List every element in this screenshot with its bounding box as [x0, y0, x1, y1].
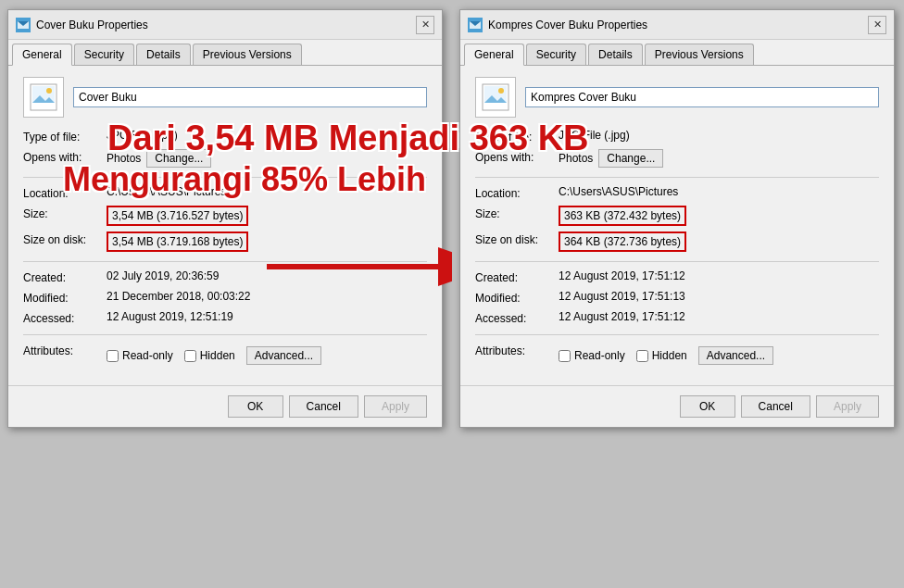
right-title-left: Kompres Cover Buku Properties: [468, 18, 647, 32]
left-hidden-label[interactable]: Hidden: [184, 349, 235, 362]
right-divider1: [475, 177, 879, 178]
left-type-value: JPG File (.jpg): [107, 129, 427, 144]
right-readonly-label[interactable]: Read-only: [559, 349, 625, 362]
right-content: Type of file: JPG File (.jpg) Opens with…: [460, 66, 894, 385]
right-tab-security[interactable]: Security: [526, 44, 586, 65]
left-opens-value: Photos Change...: [107, 149, 427, 168]
left-opens-label: Opens with:: [23, 149, 107, 168]
right-tabs: General Security Details Previous Versio…: [460, 40, 894, 66]
right-change-button[interactable]: Change...: [598, 149, 663, 168]
right-tab-details[interactable]: Details: [588, 44, 643, 65]
left-footer: OK Cancel Apply: [8, 385, 442, 427]
left-apply-button[interactable]: Apply: [364, 395, 427, 418]
right-divider2: [475, 261, 879, 262]
left-change-button[interactable]: Change...: [146, 149, 211, 168]
left-size-value: 3,54 MB (3.716.527 bytes): [107, 206, 427, 226]
right-modified-label: Modified:: [475, 290, 559, 305]
left-attributes-label: Attributes:: [23, 343, 107, 365]
left-dialog: Cover Buku Properties ✕ General Security…: [7, 9, 443, 428]
right-apply-button[interactable]: Apply: [816, 395, 879, 418]
left-file-header: [23, 77, 427, 118]
left-size-disk-box: 3,54 MB (3.719.168 bytes): [107, 231, 248, 252]
svg-point-7: [46, 88, 52, 94]
right-ok-button[interactable]: OK: [680, 395, 735, 418]
left-file-icon: [23, 77, 64, 118]
right-tab-general[interactable]: General: [464, 44, 524, 66]
right-footer: OK Cancel Apply: [460, 385, 894, 427]
left-location-label: Location:: [23, 185, 107, 200]
right-location-value: C:\Users\ASUS\Pictures: [559, 185, 879, 200]
right-info-grid: Type of file: JPG File (.jpg) Opens with…: [475, 129, 879, 168]
left-type-label: Type of file:: [23, 129, 107, 144]
left-tab-details[interactable]: Details: [136, 44, 191, 65]
right-dialog: Kompres Cover Buku Properties ✕ General …: [459, 9, 895, 428]
right-dates-grid: Created: 12 August 2019, 17:51:12 Modifi…: [475, 269, 879, 325]
right-filename-input[interactable]: [525, 87, 879, 107]
left-content: Type of file: JPG File (.jpg) Opens with…: [8, 66, 442, 385]
right-created-label: Created:: [475, 269, 559, 284]
left-title-text: Cover Buku Properties: [36, 19, 148, 31]
left-size-disk-value: 3,54 MB (3.719.168 bytes): [107, 231, 427, 252]
left-close-button[interactable]: ✕: [416, 16, 434, 34]
left-modified-label: Modified:: [23, 290, 107, 305]
right-location-grid: Location: C:\Users\ASUS\Pictures Size: 3…: [475, 185, 879, 252]
left-tab-previous-versions[interactable]: Previous Versions: [193, 44, 302, 65]
right-readonly-checkbox[interactable]: [559, 350, 571, 362]
right-attributes-row: Read-only Hidden Advanced...: [559, 346, 879, 365]
right-hidden-label[interactable]: Hidden: [636, 349, 687, 362]
left-hidden-checkbox[interactable]: [184, 350, 196, 362]
left-tabs: General Security Details Previous Versio…: [8, 40, 442, 66]
right-attributes-label: Attributes:: [475, 343, 559, 365]
right-size-disk-value: 364 KB (372.736 bytes): [559, 231, 879, 252]
right-accessed-label: Accessed:: [475, 310, 559, 325]
right-title-text: Kompres Cover Buku Properties: [488, 19, 647, 31]
right-close-button[interactable]: ✕: [868, 16, 886, 34]
left-advanced-button[interactable]: Advanced...: [246, 346, 321, 365]
right-location-label: Location:: [475, 185, 559, 200]
left-ok-button[interactable]: OK: [228, 395, 283, 418]
right-accessed-value: 12 August 2019, 17:51:12: [559, 310, 879, 325]
left-accessed-label: Accessed:: [23, 310, 107, 325]
right-created-value: 12 August 2019, 17:51:12: [559, 269, 879, 284]
right-divider3: [475, 334, 879, 335]
left-tab-security[interactable]: Security: [74, 44, 134, 65]
right-file-header: [475, 77, 879, 118]
right-size-label: Size:: [475, 206, 559, 226]
right-size-disk-box: 364 KB (372.736 bytes): [559, 231, 686, 252]
right-size-value: 363 KB (372.432 bytes): [559, 206, 879, 226]
left-title-left: Cover Buku Properties: [16, 18, 148, 32]
left-filename-input[interactable]: [73, 87, 427, 107]
left-readonly-label[interactable]: Read-only: [107, 349, 173, 362]
right-modified-value: 12 August 2019, 17:51:13: [559, 290, 879, 305]
left-attributes-row: Read-only Hidden Advanced...: [107, 346, 427, 365]
right-cancel-button[interactable]: Cancel: [741, 395, 810, 418]
right-size-disk-label: Size on disk:: [475, 231, 559, 252]
right-size-box: 363 KB (372.432 bytes): [559, 206, 686, 226]
left-info-grid: Type of file: JPG File (.jpg) Opens with…: [23, 129, 427, 168]
left-created-label: Created:: [23, 269, 107, 284]
left-size-disk-label: Size on disk:: [23, 231, 107, 252]
right-file-icon: [475, 77, 516, 118]
right-title-bar: Kompres Cover Buku Properties ✕: [460, 10, 894, 40]
left-tab-general[interactable]: General: [12, 44, 72, 66]
left-dates-grid: Created: 02 July 2019, 20:36:59 Modified…: [23, 269, 427, 325]
left-divider3: [23, 334, 427, 335]
right-advanced-button[interactable]: Advanced...: [698, 346, 773, 365]
left-size-label: Size:: [23, 206, 107, 226]
left-location-grid: Location: C:\Users\ASUS\Pictures Size: 3…: [23, 185, 427, 252]
left-divider2: [23, 261, 427, 262]
right-type-value: JPG File (.jpg): [559, 129, 879, 144]
left-cancel-button[interactable]: Cancel: [289, 395, 358, 418]
left-location-value: C:\Users\ASUS\Pictures: [107, 185, 427, 200]
right-hidden-checkbox[interactable]: [636, 350, 648, 362]
left-created-value: 02 July 2019, 20:36:59: [107, 269, 427, 284]
left-size-box: 3,54 MB (3.716.527 bytes): [107, 206, 248, 226]
left-title-icon: [16, 18, 31, 32]
right-type-label: Type of file:: [475, 129, 559, 144]
right-opens-label: Opens with:: [475, 149, 559, 168]
right-tab-previous-versions[interactable]: Previous Versions: [645, 44, 754, 65]
left-accessed-value: 12 August 2019, 12:51:19: [107, 310, 427, 325]
left-attributes-grid: Attributes: Read-only Hidden Advanced...: [23, 343, 427, 365]
right-title-icon: [468, 18, 483, 32]
left-readonly-checkbox[interactable]: [107, 350, 119, 362]
